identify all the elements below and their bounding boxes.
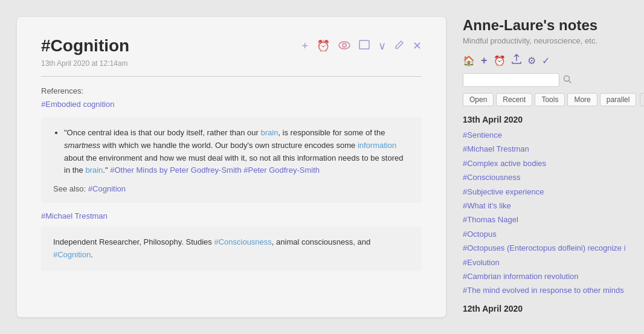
edit-icon[interactable] <box>394 40 404 53</box>
close-icon[interactable]: ✕ <box>413 39 422 53</box>
date-section: 13th April 2020#Sentience#Michael Trestm… <box>463 115 632 298</box>
references-label: References: <box>41 86 422 95</box>
brain-link-2[interactable]: brain <box>85 165 103 175</box>
note-link[interactable]: #Octopus <box>463 227 632 241</box>
note-link[interactable]: #Cambrian information revolution <box>463 269 632 283</box>
add-icon[interactable]: + <box>301 40 308 53</box>
cognition-info-link[interactable]: #Cognition <box>53 250 91 259</box>
note-link[interactable]: #Complex active bodies <box>463 156 632 170</box>
tab-parallel[interactable]: parallel <box>600 93 637 106</box>
quote-text: "Once central idea is that our body itse… <box>64 127 410 177</box>
sidebar-settings-icon[interactable]: ⚙ <box>527 55 536 66</box>
filter-settings-icon[interactable]: ⚙ <box>640 93 644 106</box>
svg-point-0 <box>339 42 350 49</box>
embodied-cognition-link[interactable]: #Embodied cognition <box>41 100 114 109</box>
date-heading: 12th April 2020 <box>463 304 632 313</box>
note-link[interactable]: #The mind evolved in response to other m… <box>463 283 632 297</box>
timestamp: 13th April 2020 at 12:14am <box>41 59 422 68</box>
search-input[interactable] <box>463 73 559 87</box>
svg-line-4 <box>569 81 572 83</box>
dates-container: 13th April 2020#Sentience#Michael Trestm… <box>463 115 632 313</box>
search-button[interactable] <box>563 75 572 85</box>
note-link[interactable]: #Sentience <box>463 128 632 142</box>
clock-icon[interactable]: ⏰ <box>317 39 330 53</box>
note-link[interactable]: #Octopuses (Enteroctopus dofleini) recog… <box>463 241 632 255</box>
tab-tools[interactable]: Tools <box>535 93 565 106</box>
page-header: #Cognition + ⏰ ∨ ✕ <box>41 36 422 56</box>
sidebar-title: Anne-Laure's notes <box>463 17 632 34</box>
note-link[interactable]: #Evolution <box>463 255 632 269</box>
cognition-see-also-link[interactable]: #Cognition <box>88 184 126 193</box>
eye-icon[interactable] <box>338 40 350 53</box>
svg-rect-2 <box>359 40 369 49</box>
sidebar-check-icon[interactable]: ✓ <box>542 55 550 66</box>
note-link[interactable]: #Consciousness <box>463 170 632 184</box>
quote-block: "Once central idea is that our body itse… <box>41 117 422 203</box>
note-link[interactable]: #Thomas Nagel <box>463 213 632 226</box>
information-link[interactable]: information <box>358 141 396 150</box>
svg-point-1 <box>343 43 346 47</box>
sidebar-share-icon[interactable] <box>512 54 521 67</box>
sidebar-toolbar: 🏠 + ⏰ ⚙ ✓ <box>463 54 632 67</box>
date-section: 12th April 2020 <box>463 304 632 313</box>
date-heading: 13th April 2020 <box>463 115 632 124</box>
filter-tabs: Open Recent Tools More parallel ⚙ <box>463 93 632 106</box>
page-title: #Cognition <box>41 36 129 56</box>
tab-more[interactable]: More <box>567 93 597 106</box>
tab-open[interactable]: Open <box>463 93 494 106</box>
expand-icon[interactable] <box>359 40 370 53</box>
divider <box>41 76 422 77</box>
michael-trestman-link[interactable]: #Michael Trestman <box>41 211 422 220</box>
page-toolbar: + ⏰ ∨ ✕ <box>301 39 422 53</box>
note-link[interactable]: #Subjective experience <box>463 185 632 199</box>
sidebar-subtitle: Mindful productivity, neuroscience, etc. <box>463 36 632 45</box>
search-bar <box>463 73 632 87</box>
note-link[interactable]: #Michael Trestman <box>463 142 632 156</box>
home-icon[interactable]: 🏠 <box>463 55 475 66</box>
brain-link-1[interactable]: brain <box>260 128 278 137</box>
sidebar-add-icon[interactable]: + <box>481 54 488 67</box>
consciousness-link[interactable]: #Consciousness <box>214 237 271 246</box>
main-content-panel: #Cognition + ⏰ ∨ ✕ 1 <box>17 17 446 317</box>
sidebar-clock-icon[interactable]: ⏰ <box>494 55 506 66</box>
tab-recent[interactable]: Recent <box>496 93 532 106</box>
info-block: Independent Researcher, Philosophy. Stud… <box>41 226 422 271</box>
other-minds-link[interactable]: #Other Minds by Peter Godfrey-Smith #Pet… <box>110 165 320 175</box>
note-link[interactable]: #What it's like <box>463 199 632 213</box>
see-also: See also: #Cognition <box>53 184 410 193</box>
chevron-down-icon[interactable]: ∨ <box>378 39 386 53</box>
sidebar-panel: Anne-Laure's notes Mindful productivity,… <box>446 0 644 334</box>
